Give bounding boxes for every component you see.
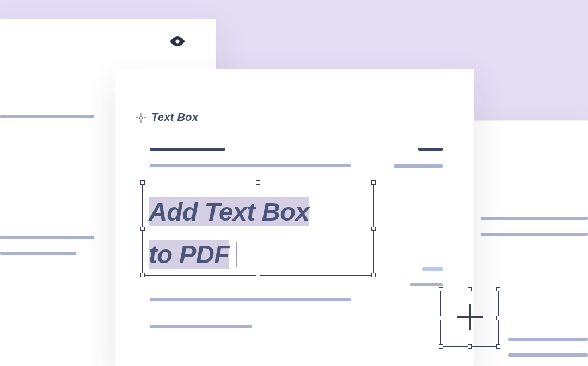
placeholder-line (150, 298, 351, 301)
resize-handle[interactable] (439, 287, 443, 291)
resize-handle[interactable] (439, 316, 443, 320)
placeholder-line (481, 233, 588, 236)
placeholder-line (150, 164, 351, 167)
resize-handle[interactable] (468, 287, 472, 291)
placeholder-line (418, 148, 443, 151)
resize-handle[interactable] (496, 316, 500, 320)
textbox-tool-label: Text Box (137, 111, 198, 124)
resize-handle[interactable] (140, 273, 145, 277)
illustration-stage: Text Box Add Text Box to PDF (0, 0, 588, 366)
placeholder-line (508, 353, 588, 357)
placeholder-line (508, 338, 588, 341)
resize-handle[interactable] (439, 344, 443, 349)
eye-icon (170, 36, 185, 46)
textbox-tool-label-text: Text Box (151, 111, 198, 124)
crosshair-icon (137, 113, 145, 122)
placeholder-line (422, 267, 443, 271)
placeholder-line (150, 325, 252, 328)
resize-handle[interactable] (140, 227, 145, 231)
resize-handle[interactable] (371, 227, 376, 231)
placeholder-line (394, 164, 443, 168)
resize-handle[interactable] (496, 344, 500, 349)
resize-handle[interactable] (468, 344, 472, 349)
placeholder-line (0, 236, 94, 239)
resize-handle[interactable] (371, 273, 376, 277)
resize-handle[interactable] (496, 287, 500, 291)
placeholder-line (481, 217, 588, 220)
plus-icon (469, 304, 471, 330)
placeholder-line (0, 252, 76, 255)
placeholder-line (150, 148, 225, 151)
textbox-selection-frame[interactable] (142, 182, 374, 276)
resize-handle[interactable] (140, 180, 145, 185)
svg-point-0 (175, 39, 179, 43)
resize-handle[interactable] (371, 180, 376, 185)
placeholder-line (410, 283, 443, 286)
resize-handle[interactable] (256, 180, 260, 185)
resize-handle[interactable] (256, 273, 260, 277)
placeholder-line (0, 115, 94, 118)
